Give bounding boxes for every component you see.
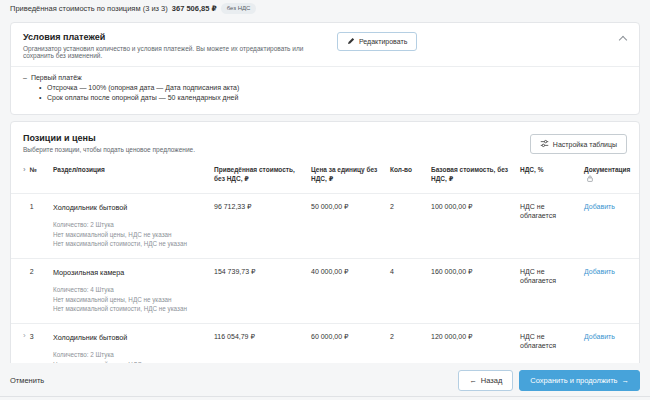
vat-cell: НДС не облагается xyxy=(520,332,580,363)
edit-button-label: Редактировать xyxy=(359,38,407,45)
positions-subtitle: Выберите позиции, чтобы подать ценовое п… xyxy=(23,146,195,153)
position-details: Количество: 2 ШтукаНет максимальной цены… xyxy=(53,220,210,248)
base-cost-cell: 100 000,00 ₽ xyxy=(431,202,516,249)
vat-badge: без НДС xyxy=(221,3,257,13)
pencil-icon xyxy=(347,37,355,46)
table-row: › 1 Холодильник бытовой Количество: 2 Шт… xyxy=(11,194,639,259)
back-arrow-icon: ← xyxy=(469,376,477,385)
position-details: Количество: 4 ШтукаНет максимальной цены… xyxy=(53,285,210,313)
col-documentation: Документация xyxy=(584,166,630,185)
add-document-link[interactable]: Добавить xyxy=(584,203,615,210)
payment-terms-heading: Условия платежей Организатор установил к… xyxy=(23,32,323,59)
quantity-cell: 2 xyxy=(390,332,427,363)
col-present-value: Приведённая стоимость, без НДС, ₽ xyxy=(214,166,307,185)
unit-price-cell: 60 000,00 ₽ xyxy=(311,332,386,363)
back-button[interactable]: ← Назад xyxy=(458,370,513,391)
summary-value: 367 506,85 ₽ xyxy=(172,4,217,13)
payment-group: – Первый платёж xyxy=(23,74,627,81)
payment-terms-title: Условия платежей xyxy=(23,32,323,42)
col-base-cost: Базовая стоимость, без НДС, ₽ xyxy=(431,166,516,185)
col-section: Раздел/позиция xyxy=(53,166,210,185)
collapse-panel-chevron-icon[interactable] xyxy=(619,35,627,43)
payment-terms-subtitle: Организатор установил количество и услов… xyxy=(23,45,323,59)
positions-table-header: › № Раздел/позиция Приведённая стоимость… xyxy=(11,158,639,194)
row-number: 2 xyxy=(30,267,34,314)
payment-term-item: Срок оплаты после опорной даты — 50 кале… xyxy=(39,94,627,101)
positions-panel: Позиции и цены Выберите позиции, чтобы п… xyxy=(10,121,640,363)
table-settings-button[interactable]: Настройка таблицы xyxy=(530,134,627,154)
sliders-icon xyxy=(540,139,549,149)
vat-cell: НДС не облагается xyxy=(520,202,580,249)
lock-icon xyxy=(587,176,593,183)
table-row: › 2 Морозильная камера Количество: 4 Шту… xyxy=(11,259,639,324)
payment-group-label: Первый платёж xyxy=(31,74,82,81)
unit-price-cell: 40 000,00 ₽ xyxy=(311,267,386,314)
top-summary-bar: Приведённая стоимость по позициям (3 из … xyxy=(0,0,650,17)
expand-all-chevron-icon[interactable]: › xyxy=(23,166,26,185)
vat-cell: НДС не облагается xyxy=(520,267,580,314)
present-value-cell: 154 739,73 ₽ xyxy=(214,267,307,314)
collapse-dash-icon[interactable]: – xyxy=(23,74,27,81)
quantity-cell: 2 xyxy=(390,202,427,249)
positions-heading: Позиции и цены Выберите позиции, чтобы п… xyxy=(23,133,195,153)
positions-title: Позиции и цены xyxy=(23,133,195,143)
summary-label: Приведённая стоимость по позициям (3 из … xyxy=(10,4,168,13)
chevron-right-icon[interactable]: › xyxy=(23,332,26,363)
main-content: Условия платежей Организатор установил к… xyxy=(0,17,650,363)
payment-term-item: Отсрочка — 100% (опорная дата — Дата под… xyxy=(39,84,627,91)
bottom-action-bar: Отменить ← Назад Сохранить и продолжить … xyxy=(0,363,650,397)
present-value-cell: 116 054,79 ₽ xyxy=(214,332,307,363)
col-unit-price: Цена за единицу без НДС, ₽ xyxy=(311,166,386,185)
edit-payment-terms-button[interactable]: Редактировать xyxy=(337,32,417,51)
save-continue-button[interactable]: Сохранить и продолжить → xyxy=(519,370,640,391)
quantity-cell: 4 xyxy=(390,267,427,314)
table-settings-label: Настройка таблицы xyxy=(553,141,617,148)
cancel-link[interactable]: Отменить xyxy=(10,376,44,385)
position-name: Холодильник бытовой xyxy=(53,333,210,343)
position-name: Холодильник бытовой xyxy=(53,203,210,213)
col-quantity: Кол-во xyxy=(390,166,427,185)
position-details: Количество: 2 ШтукаНет максимальной цены… xyxy=(53,350,210,363)
payment-terms-panel: Условия платежей Организатор установил к… xyxy=(10,22,640,115)
col-number: № xyxy=(30,166,37,185)
back-button-label: Назад xyxy=(481,376,503,385)
add-document-link[interactable]: Добавить xyxy=(584,268,615,275)
payment-terms-list: Отсрочка — 100% (опорная дата — Дата под… xyxy=(39,84,627,101)
save-button-label: Сохранить и продолжить xyxy=(530,376,617,385)
present-value-cell: 96 712,33 ₽ xyxy=(214,202,307,249)
forward-arrow-icon: → xyxy=(622,376,630,385)
table-row: › 3 Холодильник бытовой Количество: 2 Шт… xyxy=(11,324,639,363)
unit-price-cell: 50 000,00 ₽ xyxy=(311,202,386,249)
base-cost-cell: 120 000,00 ₽ xyxy=(431,332,516,363)
base-cost-cell: 160 000,00 ₽ xyxy=(431,267,516,314)
col-vat: НДС, % xyxy=(520,166,580,185)
position-name: Морозильная камера xyxy=(53,268,210,278)
positions-table-body: › 1 Холодильник бытовой Количество: 2 Шт… xyxy=(11,194,639,363)
row-number: 1 xyxy=(30,202,34,249)
add-document-link[interactable]: Добавить xyxy=(584,333,615,340)
row-number: 3 xyxy=(30,332,34,363)
